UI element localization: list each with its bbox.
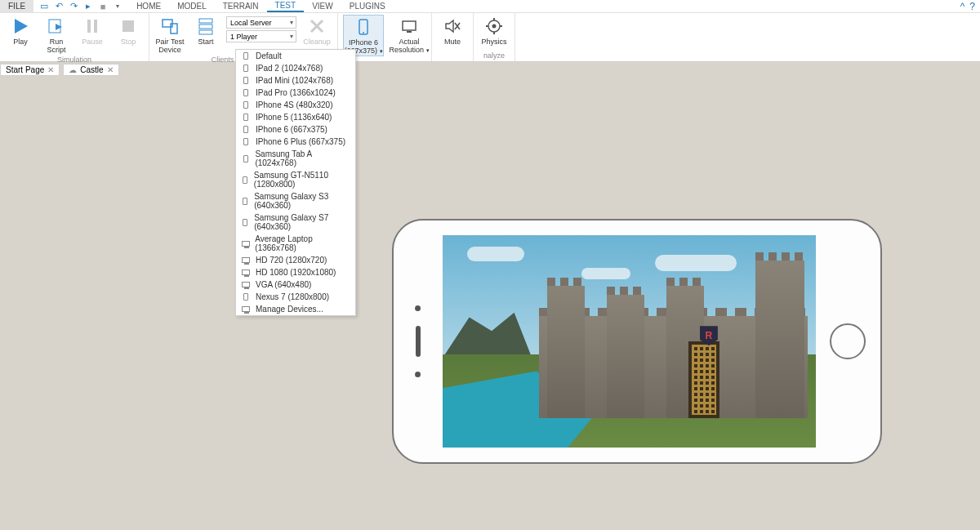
device-menu-item[interactable]: IPad Pro (1366x1024) [236, 87, 355, 99]
device-menu-item[interactable]: IPhone 5 (1136x640) [236, 111, 355, 123]
physics-gear-icon [485, 17, 503, 35]
phone-icon [241, 101, 251, 109]
scene-cloud [581, 268, 630, 279]
phone-icon [241, 114, 251, 122]
tab-plugins[interactable]: PLUGINS [341, 0, 394, 12]
group-label-analyze: nalyze [483, 50, 505, 61]
device-menu-item[interactable]: Average Laptop (1366x768) [236, 233, 355, 254]
stop-qat-icon[interactable]: ■ [97, 1, 109, 12]
pause-icon [83, 17, 101, 35]
phone-device-icon [354, 18, 372, 36]
collapse-ribbon-icon[interactable]: ^ [960, 1, 965, 12]
help-icon[interactable]: ? [969, 1, 975, 12]
device-camera-dot [415, 305, 421, 311]
doc-tab-castle[interactable]: ☁ Castle ✕ [63, 64, 118, 76]
monitor-icon [241, 239, 250, 247]
svg-rect-4 [94, 20, 97, 33]
device-menu-item-label: IPhone 6 Plus (667x375) [256, 137, 345, 146]
mute-button[interactable]: Mute [437, 15, 468, 46]
undo-icon[interactable]: ↶ [53, 1, 65, 12]
menu-bar: FILE ▭ ↶ ↷ ▸ ■ ▾ HOME MODEL TERRAIN TEST… [0, 0, 980, 13]
actual-resolution-button[interactable]: Actual Resolution ▾ [389, 15, 430, 55]
viewport[interactable]: R [0, 77, 980, 530]
svg-rect-8 [199, 19, 212, 23]
server-icon [197, 17, 215, 35]
device-menu-item-label: Samsung Tab A (1024x768) [255, 149, 350, 167]
start-server-button[interactable]: Start [190, 15, 221, 46]
monitor-icon [241, 256, 251, 265]
device-menu-item[interactable]: Samsung Tab A (1024x768) [236, 148, 355, 169]
device-menu-item[interactable]: IPhone 6 Plus (667x375) [236, 136, 355, 148]
close-tab-icon[interactable]: ✕ [107, 65, 114, 74]
device-menu-item[interactable]: Nexus 7 (1280x800) [236, 291, 355, 303]
scene-cloud [467, 247, 524, 261]
cloud-icon: ☁ [69, 65, 77, 74]
scene-cloud [655, 255, 737, 271]
device-menu-item[interactable]: HD 720 (1280x720) [236, 254, 355, 266]
device-menu-item[interactable]: Samsung GT-N5110 (1280x800) [236, 169, 355, 190]
phone-icon [241, 52, 251, 60]
phone-icon [241, 65, 251, 73]
svg-point-21 [492, 24, 497, 29]
device-menu-item-label: Manage Devices... [256, 305, 323, 314]
mute-icon [443, 17, 461, 35]
svg-rect-15 [403, 21, 416, 30]
device-menu-item[interactable]: HD 1080 (1920x1080) [236, 266, 355, 278]
tab-view[interactable]: VIEW [304, 0, 341, 12]
device-menu-item-label: VGA (640x480) [256, 280, 311, 289]
dropdown-caret-icon: ▾ [380, 48, 383, 54]
file-menu[interactable]: FILE [0, 0, 33, 12]
group-physics: Physics nalyze [474, 13, 515, 61]
phone-icon [241, 176, 249, 184]
server-select[interactable]: Local Server [226, 16, 296, 29]
device-sensor-dot [415, 372, 421, 377]
device-screen[interactable]: R [443, 235, 816, 448]
play-qat-icon[interactable]: ▸ [82, 1, 94, 12]
monitor-icon [241, 281, 251, 289]
device-menu-item[interactable]: IPad 2 (1024x768) [236, 62, 355, 74]
doc-tab-label: Castle [80, 65, 103, 74]
phone-icon [241, 293, 251, 301]
svg-rect-7 [171, 24, 177, 33]
player-count-select[interactable]: 1 Player [226, 30, 296, 42]
tab-terrain[interactable]: TERRAIN [215, 0, 267, 12]
pair-device-icon [161, 17, 179, 35]
stop-button[interactable]: Stop [113, 15, 144, 46]
device-menu-item[interactable]: Manage Devices... [236, 303, 355, 315]
phone-icon [241, 218, 249, 226]
device-home-button[interactable] [830, 323, 866, 359]
device-menu-item[interactable]: Samsung Galaxy S3 (640x360) [236, 190, 355, 212]
device-dropdown-menu: DefaultIPad 2 (1024x768)IPad Mini (1024x… [235, 49, 356, 316]
play-button[interactable]: Play [5, 15, 36, 46]
device-menu-item[interactable]: Default [236, 50, 355, 62]
new-icon[interactable]: ▭ [38, 1, 50, 12]
document-tabs: Start Page ✕ ☁ Castle ✕ [0, 62, 122, 77]
device-menu-item[interactable]: VGA (640x480) [236, 278, 355, 291]
pause-button[interactable]: Pause [77, 15, 108, 46]
tab-home[interactable]: HOME [128, 0, 169, 12]
device-menu-item[interactable]: Samsung Galaxy S7 (640x360) [236, 212, 355, 233]
redo-icon[interactable]: ↷ [68, 1, 79, 12]
tab-model[interactable]: MODEL [169, 0, 215, 12]
svg-rect-9 [199, 24, 212, 29]
group-label-emulation [385, 56, 388, 68]
device-menu-item[interactable]: IPhone 6 (667x375) [236, 123, 355, 136]
svg-marker-0 [15, 19, 28, 33]
physics-button[interactable]: Physics [479, 15, 510, 46]
qat-dropdown-icon[interactable]: ▾ [112, 1, 123, 12]
close-tab-icon[interactable]: ✕ [47, 65, 54, 74]
pair-test-device-button[interactable]: Pair Test Device [154, 15, 185, 54]
doc-tab-label: Start Page [6, 65, 44, 74]
cleanup-button[interactable]: Cleanup [301, 15, 332, 46]
device-menu-item[interactable]: IPad Mini (1024x768) [236, 74, 355, 87]
doc-tab-start-page[interactable]: Start Page ✕ [0, 64, 60, 76]
device-menu-item-label: Samsung GT-N5110 (1280x800) [254, 171, 350, 189]
device-menu-item[interactable]: IPhone 4S (480x320) [236, 99, 355, 111]
svg-point-14 [363, 32, 364, 33]
run-script-button[interactable]: Run Script [41, 15, 72, 54]
device-menu-item-label: IPad 2 (1024x768) [256, 64, 323, 73]
dropdown-caret-icon: ▾ [426, 47, 430, 53]
tab-test[interactable]: TEST [267, 0, 305, 12]
svg-rect-3 [87, 20, 91, 33]
phone-icon [241, 126, 251, 134]
